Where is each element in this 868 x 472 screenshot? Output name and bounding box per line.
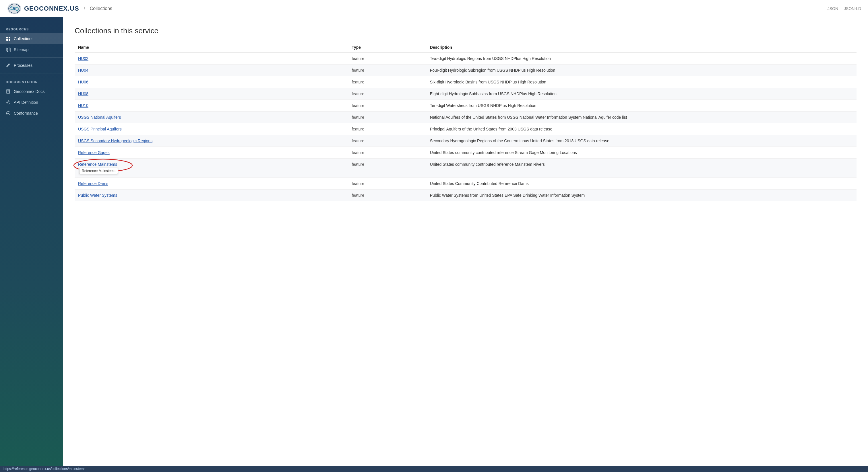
sidebar-section-documentation: DOCUMENTATION — [0, 76, 63, 86]
header: GEOCONNEX.US / Collections JSON JSON-LD — [0, 0, 868, 17]
cell-type: feature — [348, 178, 426, 190]
svg-point-4 — [17, 10, 18, 11]
cell-description: Ten-digit Watersheds from USGS NHDPlus H… — [427, 100, 857, 111]
svg-point-2 — [13, 7, 16, 10]
sidebar-item-api-definition[interactable]: API Definition — [0, 97, 63, 108]
logo-area[interactable]: GEOCONNEX.US — [7, 2, 79, 15]
grid-icon — [6, 36, 11, 41]
cell-type: feature — [348, 123, 426, 135]
svg-rect-5 — [6, 37, 8, 38]
col-header-name: Name — [74, 42, 348, 53]
cell-type: feature — [348, 111, 426, 123]
cell-description: Eight-digit Hydrologic Subbasins from US… — [427, 88, 857, 100]
cell-type: feature — [348, 76, 426, 88]
cell-name: HU04 — [74, 65, 348, 76]
collections-table: Name Type Description HU02featureTwo-dig… — [74, 42, 857, 201]
status-url: https://reference.geoconnex.us/collectio… — [3, 467, 85, 471]
svg-rect-11 — [9, 90, 10, 94]
book-icon — [6, 89, 11, 94]
gear-icon — [6, 100, 11, 105]
sidebar-item-label: Processes — [14, 63, 32, 68]
cell-description: Secondary Hydrogeologic Regions of the C… — [427, 135, 857, 147]
collection-link[interactable]: HU06 — [78, 80, 88, 84]
cell-name: HU06 — [74, 76, 348, 88]
header-left: GEOCONNEX.US / Collections — [7, 2, 112, 15]
col-header-type: Type — [348, 42, 426, 53]
cell-name: HU08 — [74, 88, 348, 100]
collection-link[interactable]: HU02 — [78, 56, 88, 61]
sidebar-item-label: Geoconnex Docs — [14, 89, 44, 94]
table-row: USGS Principal AquifersfeaturePrincipal … — [74, 123, 857, 135]
cell-name: HU10 — [74, 100, 348, 111]
cell-description: Four-digit Hydrologic Subregion from USG… — [427, 65, 857, 76]
sidebar-item-label: Collections — [14, 36, 33, 41]
cell-name: Reference Dams — [74, 178, 348, 190]
cell-description: National Aquifers of the United States f… — [427, 111, 857, 123]
svg-point-12 — [8, 102, 9, 103]
svg-point-9 — [7, 66, 7, 67]
cell-name: Public Water Systems — [74, 190, 348, 201]
cell-type: feature — [348, 190, 426, 201]
cell-description: Public Water Systems from United States … — [427, 190, 857, 201]
collection-link[interactable]: HU10 — [78, 103, 88, 108]
collection-link[interactable]: USGS Principal Aquifers — [78, 127, 122, 131]
sidebar-section-resources: RESOURCES — [0, 23, 63, 33]
cell-type: feature — [348, 159, 426, 178]
wrench-icon — [6, 63, 11, 68]
table-row: Public Water SystemsfeaturePublic Water … — [74, 190, 857, 201]
svg-rect-7 — [6, 39, 8, 41]
check-icon — [6, 111, 11, 116]
table-row: HU04featureFour-digit Hydrologic Subregi… — [74, 65, 857, 76]
json-link[interactable]: JSON — [828, 6, 838, 11]
layout: RESOURCES Collections Sitemap — [0, 17, 868, 466]
collection-link[interactable]: Reference Mainstems — [78, 162, 117, 167]
collection-link[interactable]: HU04 — [78, 68, 88, 72]
collection-link[interactable]: Reference Gages — [78, 150, 110, 155]
cell-description: United States community contributed refe… — [427, 147, 857, 159]
cell-description: United States community contributed refe… — [427, 159, 857, 178]
cell-type: feature — [348, 147, 426, 159]
sidebar-item-processes[interactable]: Processes — [0, 60, 63, 71]
cell-type: feature — [348, 88, 426, 100]
svg-point-13 — [7, 111, 10, 115]
collection-link[interactable]: Public Water Systems — [78, 193, 117, 198]
svg-rect-10 — [7, 90, 9, 94]
tooltip-popup: Reference Mainstems — [79, 168, 118, 174]
collection-link[interactable]: Reference Dams — [78, 181, 108, 186]
status-bar: https://reference.geoconnex.us/collectio… — [0, 466, 868, 472]
header-right: JSON JSON-LD — [828, 6, 861, 11]
collection-link[interactable]: HU08 — [78, 92, 88, 96]
svg-point-3 — [11, 6, 12, 7]
cell-name: HU02 — [74, 53, 348, 65]
sidebar-item-conformance[interactable]: Conformance — [0, 108, 63, 119]
page-title: Collections in this service — [74, 26, 857, 35]
sidebar-item-label: API Definition — [14, 100, 38, 105]
cell-description: Two-digit Hydrologic Regions from USGS N… — [427, 53, 857, 65]
table-row: Reference MainstemsReference Mainstemsfe… — [74, 159, 857, 178]
map-icon — [6, 47, 11, 52]
logo-icon — [7, 2, 22, 15]
svg-rect-6 — [9, 37, 10, 38]
collection-link[interactable]: USGS Secondary Hydrogeologic Regions — [78, 138, 152, 143]
table-header: Name Type Description — [74, 42, 857, 53]
table-body: HU02featureTwo-digit Hydrologic Regions … — [74, 53, 857, 201]
cell-type: feature — [348, 135, 426, 147]
sidebar-item-sitemap[interactable]: Sitemap — [0, 44, 63, 55]
sidebar-item-collections[interactable]: Collections — [0, 33, 63, 44]
collection-link[interactable]: USGS National Aquifers — [78, 115, 121, 120]
svg-rect-8 — [9, 39, 10, 41]
sidebar-item-label: Sitemap — [14, 47, 28, 52]
table-row: Reference DamsfeatureUnited States Commu… — [74, 178, 857, 190]
cell-name: USGS Secondary Hydrogeologic Regions — [74, 135, 348, 147]
cell-description: Principal Aquifers of the United States … — [427, 123, 857, 135]
breadcrumb-text: Collections — [90, 6, 112, 11]
jsonld-link[interactable]: JSON-LD — [844, 6, 861, 11]
breadcrumb-separator: / — [84, 5, 85, 11]
sidebar-item-geoconnex-docs[interactable]: Geoconnex Docs — [0, 86, 63, 97]
table-row: HU08featureEight-digit Hydrologic Subbas… — [74, 88, 857, 100]
table-row: USGS Secondary Hydrogeologic Regionsfeat… — [74, 135, 857, 147]
cell-description: United States Community Contributed Refe… — [427, 178, 857, 190]
table-row: Reference GagesfeatureUnited States comm… — [74, 147, 857, 159]
site-title: GEOCONNEX.US — [24, 5, 79, 12]
cell-description: Six-digit Hydrologic Basins from USGS NH… — [427, 76, 857, 88]
